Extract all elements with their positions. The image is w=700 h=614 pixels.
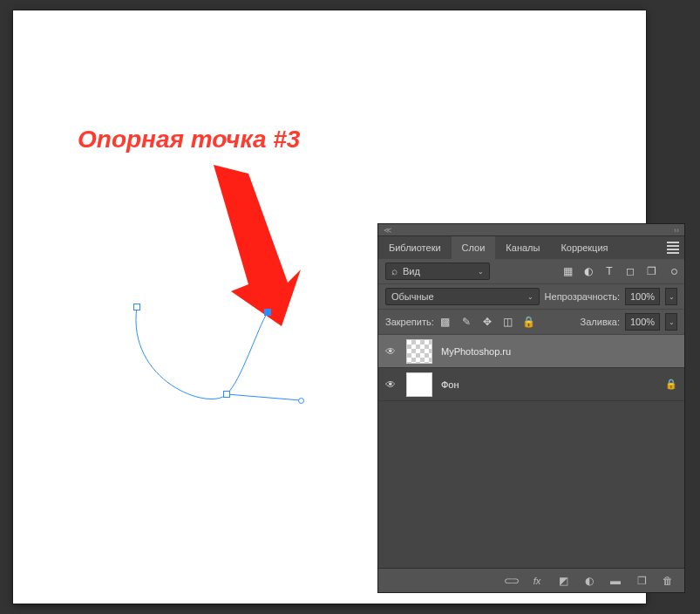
annotation-text: Опорная точка #3 (78, 126, 300, 154)
filter-text-icon[interactable]: T (603, 265, 615, 277)
lock-artboard-icon[interactable]: ◫ (502, 316, 514, 328)
mask-icon[interactable]: ◩ (557, 575, 569, 587)
visibility-toggle[interactable]: 👁 (385, 379, 398, 391)
layer-row[interactable]: 👁 Фон 🔒 (378, 368, 684, 401)
filter-pixel-icon[interactable]: ▦ (561, 265, 574, 277)
filter-adjustment-icon[interactable]: ◐ (582, 265, 595, 277)
adjustment-layer-icon[interactable]: ◐ (583, 575, 595, 587)
trash-icon[interactable]: 🗑 (662, 575, 674, 587)
layer-name[interactable]: Фон (441, 379, 656, 390)
new-layer-icon[interactable]: ❐ (635, 575, 648, 587)
panel-tabs: Библиотеки Слои Каналы Коррекция (378, 236, 684, 259)
panel-collapse-icon[interactable]: ≪ (384, 226, 391, 235)
layer-row[interactable]: 👁 MyPhotoshop.ru (378, 335, 684, 368)
hamburger-icon (667, 240, 679, 256)
blend-mode-label: Обычные (391, 291, 434, 302)
filter-smartobject-icon[interactable]: ❐ (645, 265, 657, 277)
panel-titlebar[interactable]: ≪ ›› (378, 224, 684, 236)
visibility-toggle[interactable]: 👁 (385, 345, 398, 358)
filter-shape-icon[interactable]: ◻ (624, 265, 636, 277)
search-icon (391, 265, 399, 277)
filter-kind-label: Вид (403, 266, 420, 276)
svg-line-1 (227, 394, 301, 400)
bezier-handle[interactable] (298, 398, 304, 404)
annotation-arrow (179, 165, 301, 331)
chevron-down-icon: ⌄ (527, 293, 533, 301)
tab-libraries[interactable]: Библиотеки (378, 236, 452, 259)
anchor-point-3[interactable] (264, 309, 271, 316)
filter-kind-select[interactable]: Вид ⌄ (385, 263, 490, 280)
group-icon[interactable]: ▬ (609, 575, 622, 587)
lock-brush-icon[interactable]: ✎ (460, 316, 472, 328)
lock-fill-row: Закрепить: ▩ ✎ ✥ ◫ 🔒 Заливка: 100% ⌄ (378, 310, 684, 335)
lock-position-icon[interactable]: ✥ (481, 316, 493, 328)
filter-toggle[interactable] (671, 269, 677, 275)
layer-name[interactable]: MyPhotoshop.ru (441, 346, 677, 357)
lock-icon: 🔒 (665, 379, 677, 390)
tab-layers[interactable]: Слои (452, 236, 496, 259)
fill-stepper[interactable]: ⌄ (665, 313, 677, 331)
tab-channels[interactable]: Каналы (495, 236, 550, 259)
lock-label: Закрепить: (385, 317, 434, 327)
layer-filter-row: Вид ⌄ ▦ ◐ T ◻ ❐ (378, 259, 684, 284)
anchor-point-2[interactable] (223, 391, 230, 398)
fx-icon[interactable]: fx (531, 575, 543, 587)
layer-thumbnail[interactable] (406, 372, 432, 397)
lock-transparent-icon[interactable]: ▩ (439, 316, 452, 328)
fill-label: Заливка: (581, 317, 620, 327)
opacity-label: Непрозрачность: (545, 291, 620, 302)
anchor-point-1[interactable] (133, 304, 140, 310)
fill-value[interactable]: 100% (625, 313, 660, 331)
panel-menu-button[interactable] (662, 236, 684, 259)
link-layers-icon[interactable]: ⊂⊃ (505, 575, 517, 587)
opacity-value[interactable]: 100% (625, 288, 660, 305)
chevron-down-icon: ⌄ (478, 268, 484, 276)
layer-thumbnail[interactable] (406, 339, 432, 364)
panel-footer: ⊂⊃ fx ◩ ◐ ▬ ❐ 🗑 (378, 568, 684, 592)
panel-flyout-icon[interactable]: ›› (674, 226, 679, 235)
svg-marker-0 (214, 165, 301, 326)
lock-all-icon[interactable]: 🔒 (523, 316, 535, 328)
blend-mode-select[interactable]: Обычные ⌄ (385, 288, 540, 305)
opacity-stepper[interactable]: ⌄ (665, 288, 677, 305)
tab-adjustments[interactable]: Коррекция (550, 236, 618, 259)
layers-list: 👁 MyPhotoshop.ru 👁 Фон 🔒 (378, 335, 684, 568)
layers-panel: ≪ ›› Библиотеки Слои Каналы Коррекция Ви… (377, 223, 685, 593)
blend-opacity-row: Обычные ⌄ Непрозрачность: 100% ⌄ (378, 284, 684, 310)
